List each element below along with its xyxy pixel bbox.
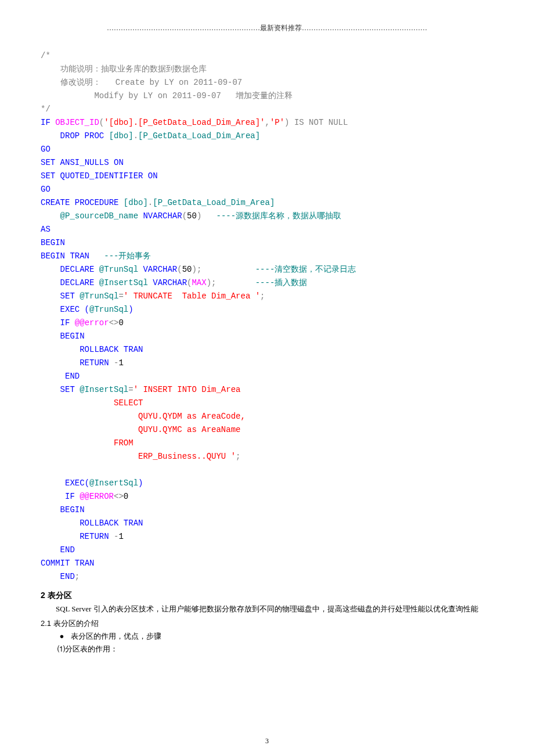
code-token: END <box>41 545 75 555</box>
code-token: BEGIN <box>41 332 85 341</box>
code-token: SET <box>41 385 75 394</box>
header-line: …………………………………………………………最新资料推荐………………………………… <box>41 23 493 33</box>
page-number: 3 <box>0 737 534 746</box>
code-token: 'P' <box>270 118 284 127</box>
code-token: - <box>109 358 119 368</box>
code-token: PROC <box>80 131 104 141</box>
code-token: [dbo] <box>104 131 133 141</box>
code-token: [dbo] <box>118 198 147 207</box>
code-token: @TrunSql <box>89 305 128 314</box>
section-2-para: SQL Server 引入的表分区技术，让用户能够把数据分散存放到不同的物理磁盘… <box>41 603 493 615</box>
bullet-icon: ● <box>60 632 71 640</box>
code-token: AS <box>41 225 50 234</box>
section-2-1-heading: 2.1 表分区的介绍 <box>41 618 493 629</box>
code-token: 1 <box>118 358 123 368</box>
code-token: SET <box>41 158 55 167</box>
code-token: EXEC <box>41 305 80 314</box>
code-token: SET <box>41 171 55 181</box>
subsection-title: 表分区的介绍 <box>51 619 99 628</box>
code-token: ( <box>182 211 187 221</box>
code-token: 50 <box>182 265 192 274</box>
code-token: ' TRUNCATE Table Dim_Area ' <box>124 291 260 301</box>
code-token: IF <box>41 492 75 501</box>
code-token: GO <box>41 185 50 194</box>
code-token: @InsertSql <box>89 478 138 488</box>
section-number: 2 <box>41 591 45 600</box>
code-token: EXEC <box>41 478 85 488</box>
code-token: 0 <box>118 318 123 327</box>
code-token: IF <box>41 118 50 127</box>
code-token: . <box>134 131 138 141</box>
code-token: @TrunSql <box>94 265 138 274</box>
code-token: @InsertSql <box>94 278 147 287</box>
code-token: @@error <box>70 318 109 327</box>
code-token: ); <box>192 265 201 274</box>
code-token: END <box>41 572 75 581</box>
code-token: ) <box>138 478 143 488</box>
code-token: ) <box>128 305 133 314</box>
code-token: FROM <box>41 438 134 448</box>
code-token: ) <box>284 118 289 127</box>
code-token: ; <box>236 452 240 461</box>
code-token: END <box>41 372 80 381</box>
code-token: ----插入数据 <box>217 278 308 287</box>
code-token: @@ERROR <box>75 492 114 501</box>
code-token: ' INSERT INTO Dim_Area <box>134 385 241 394</box>
subsection-number: 2.1 <box>41 619 51 628</box>
code-token: TRAN <box>118 345 143 354</box>
code-token: ROLLBACK <box>41 345 118 354</box>
code-token: VARCHAR <box>138 265 177 274</box>
code-token: ON <box>143 171 157 181</box>
section-title: 表分区 <box>45 591 72 600</box>
code-token: , <box>265 118 269 127</box>
code-line: Modify by LY on 2011-09-07 增加变量的注释 <box>41 91 293 100</box>
code-line: /* <box>41 51 50 60</box>
code-token: COMMIT <box>41 559 70 568</box>
section-2-heading: 2 表分区 <box>41 591 493 601</box>
code-token: RETURN <box>41 532 109 541</box>
code-token: ( <box>80 305 89 314</box>
sub-item: ⑴分区表的作用： <box>57 644 493 654</box>
code-token: . <box>148 198 153 207</box>
code-token: DECLARE <box>41 278 94 287</box>
code-token: [P_GetData_Load_Dim_Area] <box>138 131 260 141</box>
code-token: TRAN <box>118 519 143 528</box>
code-token: GO <box>41 145 50 154</box>
code-token: BEGIN <box>41 251 65 261</box>
code-token: ERP_Business..QUYU ' <box>41 452 236 461</box>
code-token: SELECT <box>41 398 143 408</box>
code-token: RETURN <box>41 358 109 368</box>
code-token: ON <box>109 158 124 167</box>
code-token: QUYU.QYMC as AreaName <box>41 425 240 434</box>
code-token: OBJECT_ID <box>50 118 99 127</box>
code-line: 功能说明：抽取业务库的数据到数据仓库 <box>41 64 207 74</box>
code-token <box>41 465 45 474</box>
code-token: TRAN <box>65 251 89 261</box>
code-token: NVARCHAR <box>138 211 182 221</box>
code-token: ); <box>207 278 217 287</box>
code-token: <> <box>109 318 119 327</box>
code-token: TRAN <box>70 559 94 568</box>
code-token: QUOTED_IDENTIFIER <box>55 171 143 181</box>
code-token: VARCHAR <box>148 278 187 287</box>
code-token: @TrunSql <box>75 291 119 301</box>
code-token: IF <box>41 318 70 327</box>
code-token: ( <box>177 265 182 274</box>
code-token: ( <box>99 118 104 127</box>
code-token: 1 <box>118 532 123 541</box>
code-token: CREATE <box>41 198 70 207</box>
code-token: ---开始事务 <box>89 251 151 261</box>
code-token: '[dbo].[P_GetData_Load_Dim_Area]' <box>104 118 265 127</box>
code-token: ROLLBACK <box>41 519 118 528</box>
code-token: ----清空数据，不记录日志 <box>201 265 356 274</box>
code-token: = <box>128 385 133 394</box>
code-line: */ <box>41 105 50 114</box>
code-line: 修改说明： Create by LY on 2011-09-07 <box>41 78 242 87</box>
page: …………………………………………………………最新资料推荐………………………………… <box>0 0 534 756</box>
code-token: SET <box>41 291 75 301</box>
code-token: ANSI_NULLS <box>55 158 109 167</box>
code-token: DECLARE <box>41 265 94 274</box>
bullet-text: 表分区的作用，优点，步骤 <box>71 632 161 640</box>
code-token: DROP <box>41 131 80 141</box>
code-token: ----源数据库名称，数据从哪抽取 <box>201 211 341 221</box>
